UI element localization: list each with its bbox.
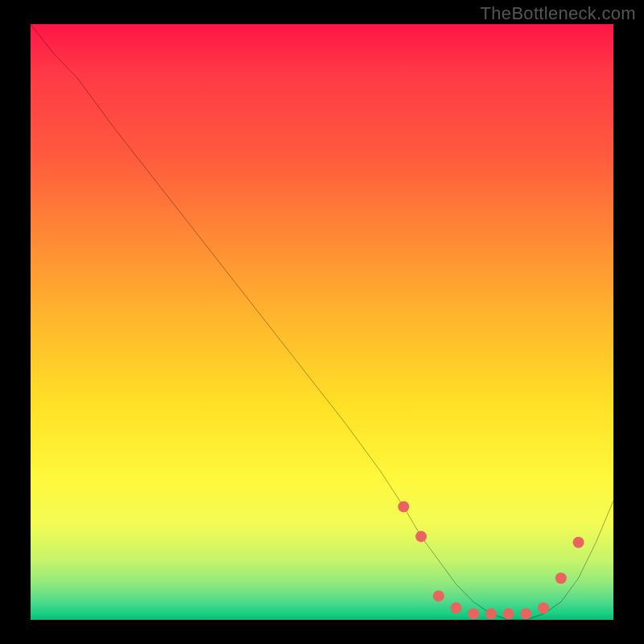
curve-marker: [468, 609, 479, 620]
curve-marker: [555, 572, 567, 584]
chart-frame: TheBottleneck.com: [0, 0, 644, 644]
curve-marker: [573, 537, 584, 548]
curve-marker: [520, 609, 531, 620]
curve-marker: [503, 609, 514, 620]
curve-svg: [31, 24, 613, 620]
plot-area: [31, 24, 613, 620]
curve-marker: [538, 602, 549, 613]
curve-marker: [485, 609, 497, 620]
curve-markers: [398, 501, 584, 619]
curve-marker: [398, 501, 409, 512]
watermark-text: TheBottleneck.com: [481, 3, 636, 24]
bottleneck-curve: [31, 24, 613, 620]
curve-marker: [415, 530, 427, 542]
curve-marker: [433, 590, 444, 601]
curve-marker: [451, 602, 462, 613]
